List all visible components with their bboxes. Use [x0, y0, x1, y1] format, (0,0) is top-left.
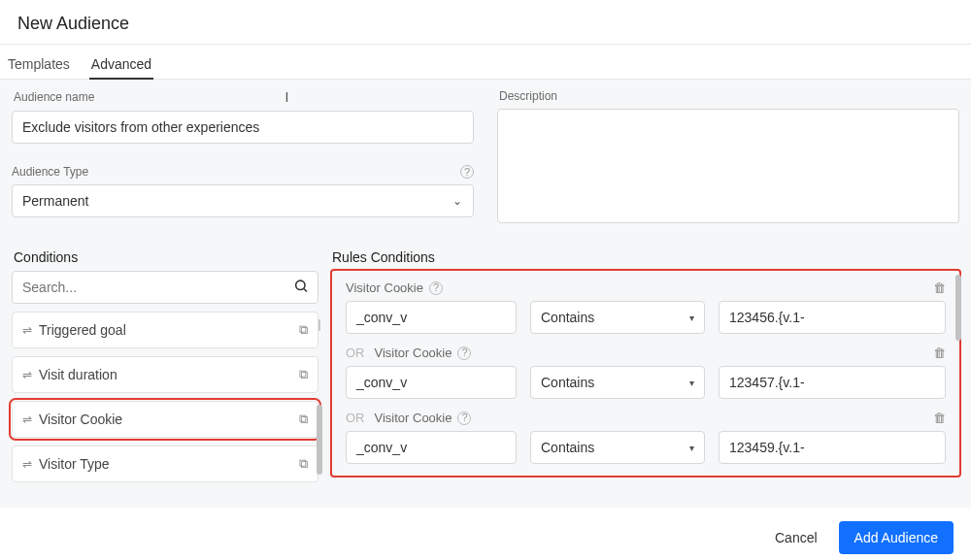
caret-down-icon: ▾: [689, 443, 694, 453]
rule-operator-select[interactable]: Contains ▾: [530, 366, 705, 399]
help-icon[interactable]: ?: [429, 281, 443, 295]
rule-block: OR Visitor Cookie ? 🗑 _conv_v Contains ▾…: [346, 411, 946, 464]
rules-conditions-box: Visitor Cookie ? 🗑 _conv_v Contains ▾ 12…: [332, 271, 959, 476]
scrollbar-top-cap: [318, 319, 320, 331]
text-cursor-icon: I: [285, 89, 288, 105]
delete-icon[interactable]: 🗑: [933, 411, 946, 425]
rule-type-label: Visitor Cookie: [375, 346, 452, 360]
scrollbar-thumb[interactable]: [317, 405, 322, 475]
condition-item-visitor-cookie[interactable]: ⇌ Visitor Cookie ⧉: [12, 401, 318, 438]
audience-name-input[interactable]: [12, 111, 474, 144]
condition-item-visitor-type[interactable]: ⇌ Visitor Type ⧉: [12, 445, 318, 482]
rule-operator-value: Contains: [541, 375, 594, 390]
rule-operator-select[interactable]: Contains ▾: [530, 301, 705, 334]
caret-down-icon: ▾: [689, 313, 694, 323]
rule-operator-value: Contains: [541, 440, 594, 455]
condition-label: Visit duration: [39, 367, 117, 382]
condition-item-triggered-goal[interactable]: ⇌ Triggered goal ⧉: [12, 312, 318, 348]
search-icon: [293, 279, 309, 297]
rule-value-input[interactable]: 123456.{v.1-: [719, 301, 946, 334]
page-title: New Audience: [0, 0, 971, 44]
audience-name-label: Audience name I: [14, 89, 474, 105]
description-input[interactable]: [497, 109, 959, 223]
condition-item-visit-duration[interactable]: ⇌ Visit duration ⧉: [12, 356, 318, 393]
delete-icon[interactable]: 🗑: [933, 346, 946, 360]
cancel-button[interactable]: Cancel: [775, 530, 818, 545]
help-icon[interactable]: ?: [457, 412, 471, 425]
rules-heading: Rules Conditions: [332, 249, 959, 265]
description-label: Description: [499, 89, 959, 103]
delete-icon[interactable]: 🗑: [933, 280, 946, 295]
tab-advanced[interactable]: Advanced: [89, 52, 153, 80]
external-link-icon[interactable]: ⧉: [299, 322, 308, 338]
rule-name-input[interactable]: _conv_v: [346, 366, 517, 399]
rule-prefix: OR: [346, 411, 365, 425]
drag-icon: ⇌: [22, 368, 31, 381]
drag-icon: ⇌: [22, 323, 31, 337]
rule-name-input[interactable]: _conv_v: [346, 431, 517, 464]
audience-type-select[interactable]: [12, 184, 474, 217]
scrollbar-thumb[interactable]: [955, 275, 961, 341]
tabs: Templates Advanced: [0, 45, 971, 80]
condition-label: Visitor Cookie: [39, 412, 122, 427]
rule-operator-value: Contains: [541, 310, 594, 325]
condition-label: Visitor Type: [39, 456, 110, 472]
svg-point-0: [296, 280, 305, 289]
audience-name-label-text: Audience name: [14, 90, 94, 104]
rule-name-input[interactable]: _conv_v: [346, 301, 517, 334]
drag-icon: ⇌: [22, 412, 31, 426]
audience-type-label: Audience Type: [12, 165, 88, 179]
tab-templates[interactable]: Templates: [6, 52, 72, 79]
caret-down-icon: ▾: [689, 378, 694, 388]
external-link-icon[interactable]: ⧉: [299, 412, 308, 427]
rule-value-input[interactable]: 123457.{v.1-: [719, 366, 946, 399]
condition-label: Triggered goal: [39, 322, 126, 338]
external-link-icon[interactable]: ⧉: [299, 367, 308, 382]
rule-type-label: Visitor Cookie: [375, 411, 452, 425]
help-icon[interactable]: ?: [460, 165, 474, 179]
rule-block: OR Visitor Cookie ? 🗑 _conv_v Contains ▾…: [346, 346, 946, 399]
rule-prefix: OR: [346, 346, 365, 360]
rule-value-input[interactable]: 123459.{v.1-: [719, 431, 946, 464]
svg-line-1: [304, 289, 307, 292]
external-link-icon[interactable]: ⧉: [299, 456, 308, 472]
conditions-heading: Conditions: [12, 249, 332, 265]
add-audience-button[interactable]: Add Audience: [839, 521, 954, 554]
rule-operator-select[interactable]: Contains ▾: [530, 431, 705, 464]
rule-block: Visitor Cookie ? 🗑 _conv_v Contains ▾ 12…: [346, 280, 946, 334]
conditions-search-input[interactable]: [12, 271, 318, 304]
rule-type-label: Visitor Cookie: [346, 280, 423, 295]
help-icon[interactable]: ?: [457, 346, 471, 360]
drag-icon: ⇌: [22, 457, 31, 471]
